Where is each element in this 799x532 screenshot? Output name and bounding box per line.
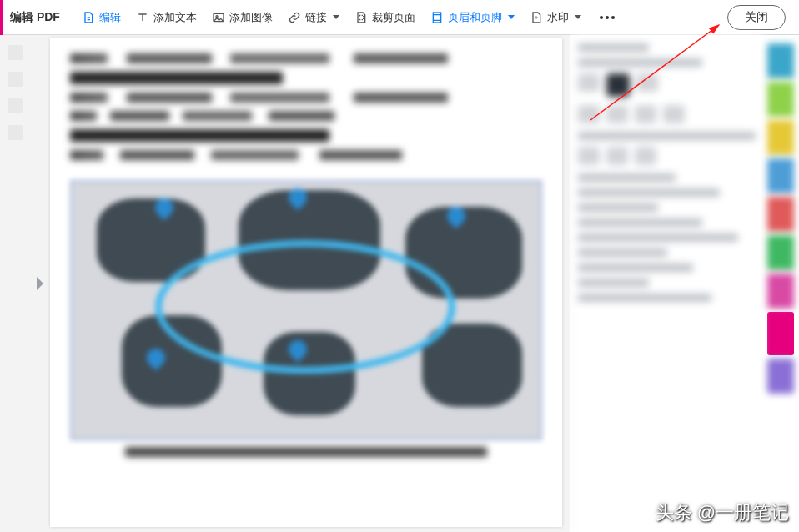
rail-item[interactable] [8,98,23,113]
tool-tab[interactable] [767,274,794,309]
add-image-button[interactable]: 添加图像 [207,7,278,28]
watermark-label: 水印 [547,10,569,25]
rail-item[interactable] [8,45,23,60]
tool-tab[interactable] [767,82,794,117]
chevron-down-icon [575,15,581,19]
watermark-icon [530,11,543,24]
text-T-icon [136,11,149,24]
pdf-page[interactable] [50,38,562,527]
rail-item[interactable] [8,125,23,140]
tool-tab[interactable] [767,158,794,193]
accent-strip [0,0,3,35]
format-option[interactable] [636,73,658,92]
crop-page-button[interactable]: 裁剪页面 [349,7,420,28]
tool-tab[interactable] [767,120,794,155]
tool-tab-active[interactable] [767,312,794,355]
list-option[interactable] [578,147,600,165]
more-button[interactable] [598,14,616,21]
document-image[interactable] [70,180,542,440]
align-option[interactable] [578,105,600,123]
align-option[interactable] [606,105,628,123]
format-option[interactable] [578,73,600,92]
tool-tab[interactable] [767,43,794,78]
watermark-button[interactable]: 水印 [525,7,586,28]
document-caption [125,447,487,457]
edit-toolbar: 编辑 PDF 编辑 添加文本 添加图像 链接 裁剪页面 页眉 [0,0,799,35]
tool-tab[interactable] [767,359,794,394]
list-option[interactable] [635,147,656,165]
tool-tab[interactable] [767,197,794,232]
image-icon [212,11,225,24]
add-text-button[interactable]: 添加文本 [131,7,202,28]
align-option[interactable] [635,105,656,123]
format-panel [570,35,762,532]
document-text-block [50,38,562,175]
color-swatch[interactable] [606,73,630,97]
panel-expander[interactable] [37,277,43,290]
chevron-down-icon [508,15,515,19]
align-option[interactable] [663,105,685,123]
add-image-label: 添加图像 [229,10,273,25]
link-chain-icon [288,11,301,24]
edit-label: 编辑 [99,10,121,25]
toolbar-title: 编辑 PDF [10,10,60,25]
link-label: 链接 [305,10,327,25]
document-area [0,35,570,532]
workspace [0,35,799,532]
svg-rect-2 [433,13,440,23]
rail-item[interactable] [8,72,23,87]
crop-page-label: 裁剪页面 [372,10,415,25]
right-tool-rail [762,35,799,532]
add-text-label: 添加文本 [153,10,197,25]
header-footer-icon [430,11,444,24]
close-button[interactable]: 关闭 [727,5,786,30]
tool-tab[interactable] [767,235,794,270]
chevron-down-icon [333,15,339,19]
header-footer-label: 页眉和页脚 [448,10,502,25]
left-rail [0,35,30,140]
crop-page-icon [354,11,368,24]
link-button[interactable]: 链接 [283,7,344,28]
edit-button[interactable]: 编辑 [77,7,126,28]
list-option[interactable] [606,147,628,165]
svg-point-1 [216,15,218,17]
header-footer-button[interactable]: 页眉和页脚 [425,7,520,28]
edit-document-icon [82,11,95,24]
